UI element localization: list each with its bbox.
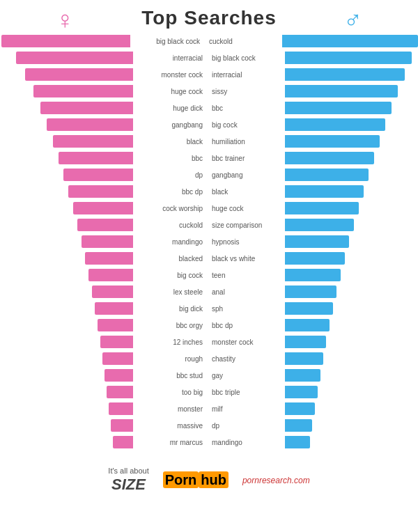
chart-row: black humiliation bbox=[0, 134, 418, 149]
label-pair: mandingo hypnosis bbox=[136, 238, 282, 246]
left-bar-wrap bbox=[0, 235, 136, 248]
right-bar-wrap bbox=[282, 135, 418, 148]
left-bar-wrap bbox=[0, 436, 136, 448]
right-bar-wrap bbox=[282, 302, 418, 315]
left-bar bbox=[59, 152, 133, 164]
right-label: teen bbox=[209, 272, 282, 279]
chart-row: bbc dp black bbox=[0, 184, 418, 199]
chart-row: gangbang big cock bbox=[0, 117, 418, 132]
left-bar-wrap bbox=[0, 386, 136, 398]
left-label: lex steele bbox=[136, 288, 206, 296]
right-bar-wrap bbox=[282, 252, 418, 265]
left-bar-wrap bbox=[0, 369, 136, 382]
right-label: monster cock bbox=[209, 338, 282, 346]
right-bar-wrap bbox=[282, 386, 418, 398]
right-bar-wrap bbox=[282, 102, 418, 114]
page-header: ♀ Top Searches ♂ bbox=[0, 0, 418, 33]
right-bar-wrap bbox=[282, 118, 418, 131]
label-pair: big dick sph bbox=[136, 305, 282, 313]
right-bar bbox=[282, 35, 418, 47]
right-bar bbox=[285, 336, 326, 348]
left-label: big dick bbox=[136, 305, 206, 313]
left-bar bbox=[100, 336, 133, 348]
left-bar-wrap bbox=[0, 302, 136, 315]
right-bar-wrap bbox=[282, 269, 418, 281]
left-bar-wrap bbox=[0, 352, 136, 365]
left-label: huge cock bbox=[136, 88, 206, 95]
left-bar-wrap bbox=[0, 269, 136, 281]
left-label: blacked bbox=[136, 255, 206, 263]
right-bar bbox=[285, 185, 364, 198]
right-label: sph bbox=[209, 305, 282, 313]
chart-row: 12 inches monster cock bbox=[0, 334, 418, 350]
left-bar bbox=[88, 269, 133, 281]
left-bar bbox=[104, 369, 133, 382]
chart-row: blacked black vs white bbox=[0, 251, 418, 266]
label-pair: monster cock interracial bbox=[136, 71, 282, 79]
left-bar-wrap bbox=[0, 118, 136, 131]
right-label: dp bbox=[209, 422, 282, 430]
chart-row: big black cock cuckold bbox=[0, 33, 418, 49]
left-bar bbox=[47, 118, 133, 131]
chart-row: bbc stud gay bbox=[0, 368, 418, 383]
right-bar-wrap bbox=[282, 336, 418, 348]
label-pair: big cock teen bbox=[136, 272, 282, 279]
label-pair: huge cock sissy bbox=[136, 88, 282, 95]
left-label: rough bbox=[136, 355, 206, 363]
label-pair: bbc bbc trainer bbox=[136, 155, 282, 162]
chart-row: big dick sph bbox=[0, 301, 418, 316]
right-bar-wrap bbox=[282, 436, 418, 448]
left-label: interracial bbox=[136, 54, 206, 62]
right-label: big cock bbox=[209, 121, 282, 129]
right-bar-wrap bbox=[282, 402, 418, 415]
right-bar bbox=[285, 352, 323, 365]
left-label: mandingo bbox=[136, 238, 206, 246]
right-bar-wrap bbox=[282, 68, 418, 81]
right-bar bbox=[285, 202, 359, 214]
chart-row: lex steele anal bbox=[0, 284, 418, 299]
left-bar bbox=[82, 235, 133, 248]
chart-row: massive dp bbox=[0, 418, 418, 433]
right-label: humiliation bbox=[209, 138, 282, 146]
right-bar bbox=[285, 402, 315, 415]
left-label: dp bbox=[136, 171, 206, 179]
label-pair: gangbang big cock bbox=[136, 121, 282, 129]
left-bar bbox=[85, 252, 133, 265]
left-bar-wrap bbox=[0, 402, 136, 415]
left-bar-wrap bbox=[0, 252, 136, 265]
chart-row: mandingo hypnosis bbox=[0, 234, 418, 249]
left-bar-wrap bbox=[0, 319, 136, 331]
right-label: sissy bbox=[209, 88, 282, 95]
left-bar bbox=[109, 402, 133, 415]
label-pair: lex steele anal bbox=[136, 288, 282, 296]
chart-row: dp gangbang bbox=[0, 167, 418, 182]
chart-row: interracial big black cock bbox=[0, 50, 418, 65]
pornhub-logo: Pornhub bbox=[163, 472, 229, 488]
right-bar bbox=[285, 269, 341, 281]
left-label: cuckold bbox=[136, 221, 206, 229]
left-bar bbox=[63, 169, 133, 181]
left-label: bbc bbox=[136, 155, 206, 162]
label-pair: bbc stud gay bbox=[136, 372, 282, 380]
right-label: chastity bbox=[209, 355, 282, 363]
right-label: size comparison bbox=[209, 221, 282, 229]
chart-row: cock worship huge cock bbox=[0, 201, 418, 216]
left-bar bbox=[53, 135, 133, 148]
label-pair: huge dick bbc bbox=[136, 104, 282, 112]
male-icon: ♂ bbox=[343, 6, 362, 35]
left-label: bbc orgy bbox=[136, 322, 206, 329]
left-bar-wrap bbox=[0, 169, 136, 181]
left-label: bbc dp bbox=[136, 188, 206, 196]
left-bar bbox=[111, 419, 133, 432]
left-label: black bbox=[136, 138, 206, 146]
pornresearch-logo: pornresearch.com bbox=[242, 476, 310, 485]
left-bar-wrap bbox=[0, 152, 136, 164]
right-bar-wrap bbox=[282, 235, 418, 248]
chart-row: cuckold size comparison bbox=[0, 217, 418, 233]
right-bar-wrap bbox=[282, 202, 418, 214]
label-pair: monster milf bbox=[136, 405, 282, 413]
right-bar-wrap bbox=[282, 285, 418, 298]
right-label: black bbox=[209, 188, 282, 196]
left-bar-wrap bbox=[0, 35, 133, 47]
right-label: interracial bbox=[209, 71, 282, 79]
